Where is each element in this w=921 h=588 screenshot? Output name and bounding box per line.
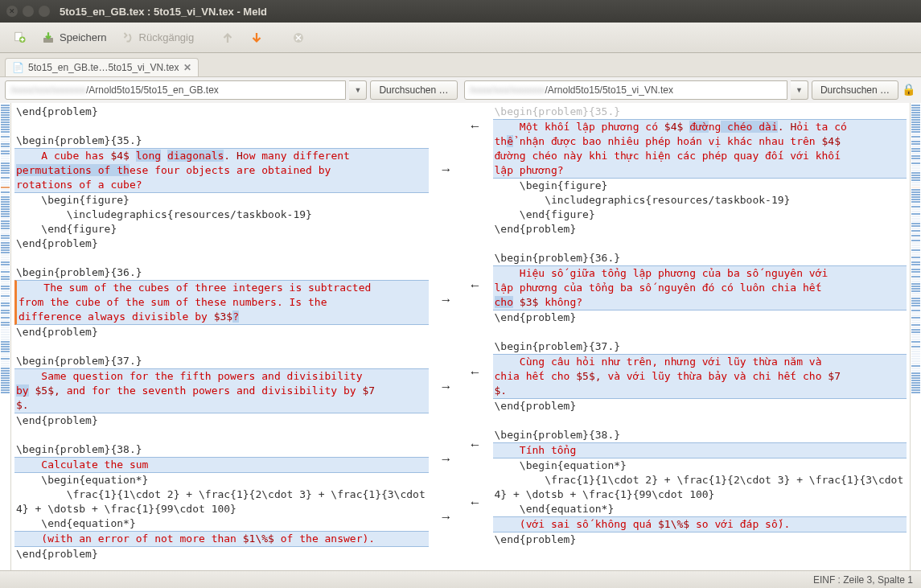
right-path-dropdown[interactable]: ▼ (791, 80, 808, 100)
new-icon (11, 30, 27, 46)
code-line[interactable]: \end{equation*} (493, 502, 907, 516)
left-pane[interactable]: \end{problem}\begin{problem}{35.} A cube… (11, 103, 432, 570)
tab-bar: 📄 5to15_en_GB.te…5to15_vi_VN.tex ✕ (0, 53, 921, 77)
code-line[interactable]: \end{problem} (493, 532, 907, 547)
tab-comparison[interactable]: 📄 5to15_en_GB.te…5to15_vi_VN.tex ✕ (5, 58, 199, 76)
code-line[interactable]: thể nhận được bao nhiêu phép hoán vị khá… (493, 134, 907, 149)
merge-arrow-icon[interactable]: ← (461, 365, 490, 380)
merge-arrow-icon[interactable]: ← (461, 438, 490, 452)
right-pane[interactable]: \begin{problem}{35.} Một khối lập phương… (490, 103, 911, 570)
code-line[interactable]: \begin{problem}{37.} (493, 339, 907, 354)
right-overview-ruler[interactable] (910, 103, 921, 570)
code-line[interactable]: from the cube of the sum of these number… (14, 295, 429, 310)
save-button[interactable]: Speichern (35, 27, 112, 49)
left-overview-ruler[interactable] (0, 103, 11, 570)
window-minimize-button[interactable] (23, 6, 34, 17)
next-diff-button[interactable] (244, 27, 269, 49)
code-line[interactable]: \end{figure} (14, 222, 429, 236)
code-line[interactable]: \begin{problem}{38.} (14, 442, 429, 457)
code-line[interactable]: Cùng câu hỏi như trên, nhưng với lũy thừ… (493, 354, 907, 369)
window-maximize-button[interactable] (39, 6, 50, 17)
code-line[interactable] (14, 428, 429, 442)
merge-arrow-icon[interactable]: → (432, 380, 461, 394)
code-line[interactable] (493, 547, 907, 561)
code-line[interactable]: \begin{problem}{38.} (493, 428, 907, 442)
merge-arrow-icon[interactable]: → (432, 162, 461, 177)
code-line[interactable]: $. (14, 398, 429, 413)
lock-icon[interactable]: 🔒 (902, 83, 916, 97)
undo-button[interactable]: Rückgängig (115, 27, 199, 49)
window-close-button[interactable]: ✕ (6, 6, 18, 17)
merge-arrow-icon[interactable]: ← (461, 119, 490, 134)
code-line[interactable]: \begin{problem}{37.} (14, 354, 429, 368)
code-line[interactable]: Một khối lập phương có $4$ đường chéo dà… (493, 119, 907, 134)
code-line[interactable]: \end{problem} (493, 399, 907, 413)
code-line[interactable]: lập phương? (493, 163, 907, 179)
code-line[interactable]: The sum of the cubes of three integers i… (14, 280, 429, 295)
code-line[interactable]: \begin{equation*} (14, 473, 429, 487)
code-line[interactable]: \begin{figure} (14, 193, 429, 208)
file-icon: 📄 (12, 62, 23, 73)
undo-label: Rückgängig (139, 31, 195, 43)
code-line[interactable]: (với sai số không quá $1\%$ so với đáp s… (493, 516, 907, 532)
code-line[interactable]: cho $3$ không? (493, 295, 907, 310)
code-line[interactable]: đường chéo này khi thực hiện các phép qu… (493, 149, 907, 163)
code-line[interactable]: \end{problem} (14, 547, 429, 561)
code-line[interactable]: A cube has $4$ long diagonals. How many … (14, 148, 429, 163)
code-line[interactable] (493, 236, 907, 251)
code-line[interactable]: \end{problem} (493, 222, 907, 236)
code-line[interactable]: chia hết cho $5$, và với lũy thừa bảy và… (493, 369, 907, 384)
code-line[interactable]: Same question for the fifth powers and d… (14, 368, 429, 384)
code-line[interactable]: \begin{equation*} (493, 458, 907, 473)
code-line[interactable]: \includegraphics{resources/taskbook-19} (14, 208, 429, 222)
code-line[interactable]: \end{equation*} (14, 516, 429, 531)
code-line[interactable]: \end{problem} (14, 236, 429, 251)
merge-arrow-icon[interactable]: → (432, 293, 461, 307)
code-line[interactable] (493, 413, 907, 428)
close-tab-icon[interactable]: ✕ (183, 62, 191, 73)
code-line[interactable]: \begin{problem}{35.} (14, 134, 429, 148)
new-button[interactable] (6, 27, 32, 49)
code-line[interactable]: by $5$, and for the seventh powers and d… (14, 384, 429, 398)
left-path-dropdown[interactable]: ▼ (349, 80, 367, 100)
code-line[interactable]: (with an error of not more than $1\%$ of… (14, 531, 429, 547)
code-line[interactable] (14, 339, 429, 354)
code-line[interactable]: \end{figure} (493, 208, 907, 222)
code-line[interactable]: \end{problem} (14, 413, 429, 428)
code-line[interactable]: permutations of these four objects are o… (14, 163, 429, 178)
merge-arrow-icon[interactable]: → (432, 510, 461, 524)
merge-arrow-icon[interactable]: → (432, 452, 461, 467)
merge-arrow-icon[interactable]: ← (461, 278, 490, 293)
code-line[interactable]: \begin{problem}{35.} (493, 105, 907, 119)
code-line[interactable]: \end{problem} (14, 325, 429, 339)
code-line[interactable] (493, 325, 907, 339)
code-line[interactable]: difference always divisible by $3$? (14, 310, 429, 325)
left-file-path[interactable]: /xxxx/xxx/xxxxxxx/Arnold5to15/5to15_en_G… (5, 80, 346, 100)
code-line[interactable] (14, 561, 429, 570)
titlebar: ✕ 5to15_en_GB.tex : 5to15_vi_VN.tex - Me… (0, 0, 921, 23)
right-file-path[interactable]: /xxxx/xxx/xxxxxxx/Arnold5to15/5to15_vi_V… (464, 80, 787, 100)
code-line[interactable]: \begin{figure} (493, 179, 907, 193)
code-line[interactable]: \begin{problem}{36.} (14, 265, 429, 280)
code-line[interactable]: Calculate the sum (14, 457, 429, 473)
code-line[interactable]: rotations of a cube? (14, 178, 429, 193)
code-line[interactable]: \includegraphics{resources/taskbook-19} (493, 193, 907, 208)
code-line[interactable] (14, 119, 429, 134)
code-line[interactable]: $. (493, 384, 907, 399)
merge-arrow-icon[interactable]: ← (461, 495, 490, 510)
code-line[interactable]: \frac{1}{1\cdot 2} + \frac{1}{2\cdot 3} … (14, 487, 429, 516)
code-line[interactable]: \end{problem} (493, 310, 907, 325)
prev-diff-button[interactable] (215, 27, 241, 49)
code-line[interactable]: \begin{problem}{36.} (493, 251, 907, 265)
stop-button[interactable] (286, 27, 311, 49)
code-line[interactable]: Hiệu số giữa tổng lập phương của ba số n… (493, 265, 907, 281)
code-line[interactable]: lập phương của tổng ba số nguyên đó có l… (493, 281, 907, 295)
left-browse-button[interactable]: Durchsuchen … (370, 80, 457, 100)
code-line[interactable]: \frac{1}{1\cdot 2} + \frac{1}{2\cdot 3} … (493, 473, 907, 502)
code-line[interactable]: \end{problem} (14, 105, 429, 119)
right-browse-button[interactable]: Durchsuchen … (812, 80, 898, 100)
code-line[interactable]: Tính tổng (493, 442, 907, 458)
main-toolbar: Speichern Rückgängig (0, 23, 921, 53)
code-line[interactable] (14, 251, 429, 265)
undo-icon (120, 30, 136, 46)
